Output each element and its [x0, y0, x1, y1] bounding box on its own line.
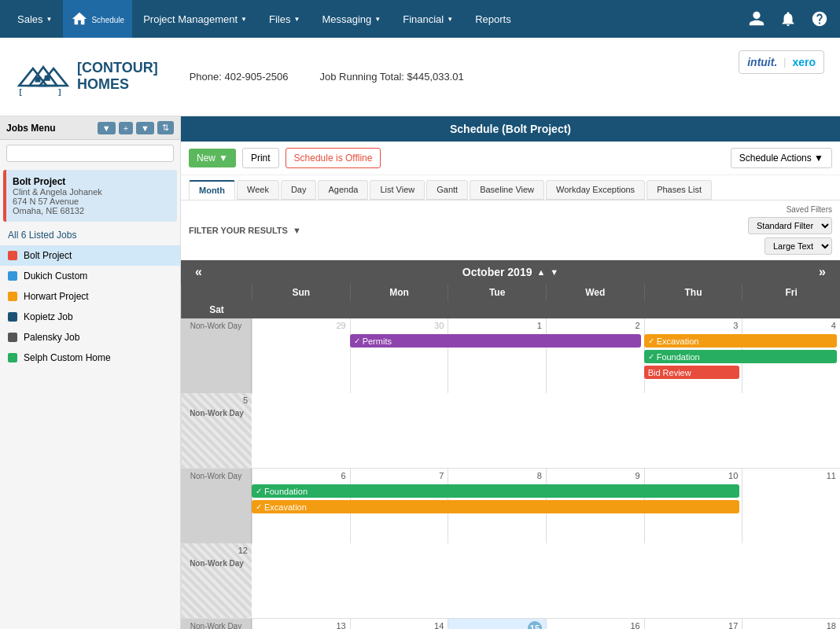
user-icon-btn[interactable]	[742, 5, 771, 33]
prev-month-button[interactable]: «	[189, 265, 208, 279]
all-jobs-link[interactable]: All 6 Listed Jobs	[0, 225, 180, 245]
sidebar-job-item[interactable]: Selph Custom Home	[0, 348, 180, 368]
bell-icon-btn[interactable]	[774, 5, 802, 33]
cal-header-day: Fri	[742, 284, 840, 301]
tab-baseline-view[interactable]: Baseline View	[470, 180, 544, 200]
print-button[interactable]: Print	[242, 148, 279, 168]
new-button[interactable]: New ▼	[189, 149, 236, 167]
active-job-card[interactable]: Bolt Project Clint & Angela Johanek 674 …	[3, 170, 177, 222]
schedule-title: Schedule (Bolt Project)	[181, 116, 840, 142]
sidebar-search-input[interactable]	[6, 145, 174, 162]
day-number: 1	[450, 320, 544, 331]
day-number: 11	[744, 470, 838, 481]
calendar-day[interactable]: 17	[644, 619, 742, 629]
calendar-day[interactable]: 12Non-Work Day	[181, 543, 252, 618]
tab-month[interactable]: Month	[189, 180, 235, 200]
calendar-week: Non-Work Day6789101112Non-Work Day✓Found…	[181, 469, 840, 619]
calendar-week: Non-Work Day13141516171819Non-Work Day✓F…	[181, 619, 840, 629]
day-number: 3	[647, 320, 741, 331]
calendar-tabs: MonthWeekDayAgendaList ViewGanttBaseline…	[181, 175, 840, 200]
calendar-day[interactable]: 29	[252, 318, 350, 393]
nav-files[interactable]: Files ▼	[258, 0, 311, 38]
help-icon	[811, 10, 828, 28]
sidebar-job-item[interactable]: Horwart Project	[0, 286, 180, 307]
event-checkmark: ✓	[648, 352, 654, 361]
calendar-event[interactable]: ✓Foundation	[252, 484, 739, 498]
event-checkmark: ✓	[648, 337, 654, 345]
cal-header-day: Mon	[350, 284, 448, 301]
event-label: Permits	[363, 337, 392, 346]
next-month-button[interactable]: »	[812, 265, 832, 279]
saved-filters-select[interactable]: Standard Filter	[748, 217, 832, 234]
day-number: 14	[352, 620, 447, 629]
month-up-arrow[interactable]: ▲	[536, 267, 545, 277]
nav-sales[interactable]: Sales ▼	[6, 0, 63, 38]
day-number: 6	[254, 470, 348, 481]
calendar-day[interactable]: 18	[742, 619, 840, 629]
help-icon-btn[interactable]	[805, 5, 834, 33]
tab-phases-list[interactable]: Phases List	[647, 180, 712, 200]
sidebar-sort-btn[interactable]: ⇅	[157, 121, 174, 134]
calendar-day[interactable]: 2	[546, 318, 644, 393]
active-job-address: 674 N 57 Avenue	[13, 197, 171, 206]
sidebar-filter-btn[interactable]: ▼	[136, 122, 154, 134]
nav-financial[interactable]: Financial ▼	[392, 0, 464, 38]
calendar-event[interactable]: ✓Foundation	[644, 350, 838, 363]
sidebar-job-item[interactable]: Kopietz Job	[0, 307, 180, 327]
calendar-day[interactable]: 15	[448, 619, 546, 629]
non-work-label: Non-Work Day	[183, 559, 250, 568]
calendar-day[interactable]: 30	[350, 318, 448, 393]
tab-week[interactable]: Week	[237, 180, 279, 200]
calendar-event[interactable]: ✓Excavation	[252, 500, 739, 513]
sidebar-job-item[interactable]: Bolt Project	[0, 245, 180, 266]
calendar-day[interactable]: 5Non-Work Day	[181, 393, 252, 468]
text-size-select[interactable]: Large Text	[764, 237, 832, 255]
tab-gantt[interactable]: Gantt	[426, 180, 468, 200]
offline-button[interactable]: Schedule is Offline	[286, 148, 381, 168]
tab-workday-exceptions[interactable]: Workday Exceptions	[546, 180, 645, 200]
calendar-day[interactable]: 1	[448, 318, 546, 393]
month-down-arrow[interactable]: ▼	[550, 267, 558, 277]
job-label: Palensky Job	[24, 332, 79, 343]
calendar-day[interactable]: 14	[350, 619, 448, 629]
calendar-event[interactable]: ✓Permits	[350, 334, 641, 348]
sidebar-dropdown-btn[interactable]: ▼	[98, 122, 116, 134]
nav-project-management[interactable]: Project Management ▼	[132, 0, 258, 38]
filter-dropdown-icon[interactable]: ▼	[293, 226, 301, 235]
event-checkmark: ✓	[256, 487, 262, 495]
event-label: Excavation	[264, 502, 307, 512]
sidebar-add-btn[interactable]: +	[119, 122, 133, 134]
calendar-day[interactable]: 11	[742, 469, 840, 543]
nav-messaging[interactable]: Messaging ▼	[311, 0, 392, 38]
day-number: 10	[647, 470, 741, 481]
day-number: 9	[548, 470, 643, 481]
sidebar: Jobs Menu ▼ + ▼ ⇅ Bolt Project Clint & A…	[0, 116, 181, 629]
calendar-title: October 2019 ▲ ▼	[208, 266, 812, 278]
event-checkmark: ✓	[256, 502, 262, 511]
week-label: Non-Work Day	[181, 318, 252, 393]
nav-home[interactable]: Schedule	[63, 0, 132, 38]
nav-reports[interactable]: Reports	[464, 0, 522, 38]
calendar-area: « October 2019 ▲ ▼ » SunMonTueWedThuFriS…	[181, 260, 840, 629]
cal-header-day: Wed	[546, 284, 644, 301]
calendar-day[interactable]: 16	[546, 619, 644, 629]
job-label: Dukich Custom	[24, 270, 87, 281]
sidebar-job-item[interactable]: Dukich Custom	[0, 266, 180, 286]
calendar-week: Non-Work Day293012345Non-Work Day✓Permit…	[181, 318, 840, 469]
jobs-menu-label: Jobs Menu	[6, 123, 94, 134]
filter-right: Saved Filters Standard Filter Large Text	[748, 205, 832, 255]
partner-logos: intuit. | xero	[739, 50, 824, 74]
day-number: 5	[183, 395, 250, 406]
calendar-event[interactable]: ✓Excavation	[644, 334, 838, 348]
tab-list-view[interactable]: List View	[370, 180, 425, 200]
event-label: Foundation	[264, 487, 308, 496]
day-number: 29	[254, 320, 348, 331]
sidebar-job-item[interactable]: Palensky Job	[0, 327, 180, 348]
tab-agenda[interactable]: Agenda	[318, 180, 368, 200]
calendar-day[interactable]: 13	[252, 619, 350, 629]
home-icon	[71, 10, 88, 28]
tab-day[interactable]: Day	[281, 180, 317, 200]
calendar-event[interactable]: Bid Review	[644, 366, 739, 379]
svg-rect-4	[45, 75, 50, 80]
schedule-actions-button[interactable]: Schedule Actions ▼	[731, 148, 832, 168]
